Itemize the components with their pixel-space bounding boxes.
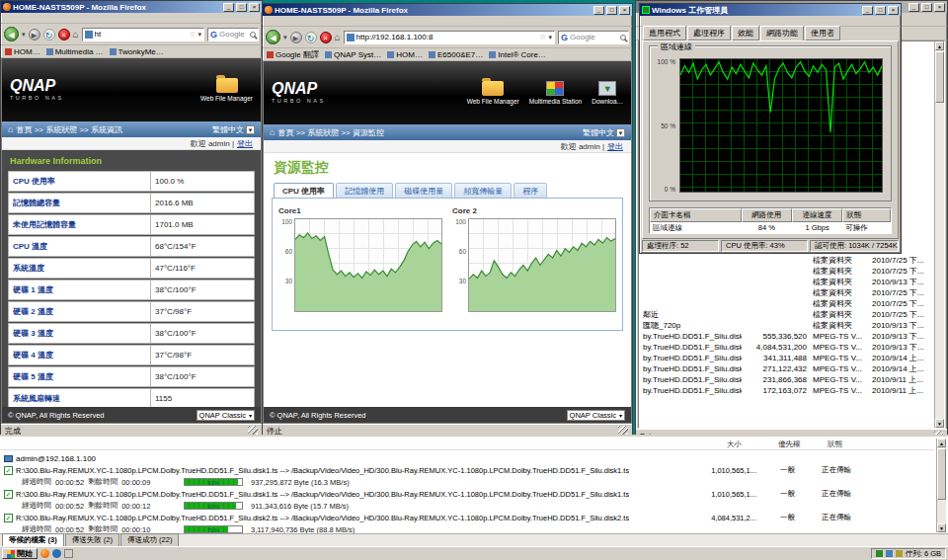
transfer-item[interactable]: ✓ R:\300.Blu-Ray.REMUX.YC-1.1080p.LPCM.D… <box>0 464 934 488</box>
firefox-window-system-info[interactable]: HOME-NASTS509P - Mozilla Firefox _ □ × ◀… <box>0 0 263 438</box>
download-station-link[interactable]: ▼ Downloa… <box>592 81 623 105</box>
bookmark-item[interactable]: HOM… <box>387 50 423 59</box>
url-bar[interactable]: ☆ ▾ <box>344 31 555 44</box>
breadcrumb[interactable]: 首頁 >> 系統狀態 >> 資源監控 <box>277 127 384 138</box>
start-button[interactable]: 開始 <box>2 548 38 559</box>
url-input[interactable] <box>95 30 188 39</box>
adapter-row[interactable]: 區域連線 84 % 1 Gbps 可操作 <box>650 222 891 234</box>
scrollbar-thumb[interactable] <box>935 51 944 103</box>
close-button[interactable]: × <box>934 3 945 12</box>
file-row[interactable]: 檔案資料夾 2010/7/25 下... <box>641 255 932 266</box>
bookmark-item[interactable]: E6500&E7… <box>429 50 483 59</box>
tab-applications[interactable]: 應用程式 <box>643 26 686 40</box>
url-dropdown-icon[interactable]: ▾ <box>548 34 552 41</box>
language-selector[interactable]: 繁體中文 ▼ <box>583 127 625 138</box>
col-state[interactable]: 狀態 <box>842 208 891 222</box>
skin-selector[interactable]: QNAP Classic ▾ <box>197 410 255 421</box>
network-icon[interactable] <box>886 550 893 557</box>
file-row[interactable]: by.TrueHD.DD51.F_Silu.disk5.ts 231,866,3… <box>641 374 932 385</box>
minimize-button[interactable]: _ <box>908 3 919 12</box>
task-manager-window[interactable]: Windows 工作管理員 _ □ × 應用程式 處理程序 效能 網路功能 使用… <box>639 3 902 254</box>
search-bar[interactable]: G <box>207 28 259 41</box>
volume-icon[interactable] <box>896 550 903 557</box>
col-speed[interactable]: 連線速度 <box>792 208 842 222</box>
transfer-file-row[interactable]: ✓ R:\300.Blu-Ray.REMUX.YC-1.1080p.LPCM.D… <box>0 464 934 476</box>
tab-processes[interactable]: 處理程序 <box>687 26 731 40</box>
col-priority[interactable]: 優先權 <box>778 440 801 449</box>
stop-button[interactable]: × <box>58 29 70 40</box>
forward-button[interactable]: ▶ <box>29 29 40 40</box>
transfer-file-row[interactable]: ✓ R:\300.Blu-Ray.REMUX.YC-1.1080p.LPCM.D… <box>0 512 934 523</box>
scroll-down-icon[interactable]: ▼ <box>937 523 946 532</box>
quick-launch-firefox-icon[interactable] <box>40 549 49 558</box>
tab-succeeded[interactable]: 傳送成功 (22) <box>120 533 179 546</box>
web-file-manager-link[interactable]: Web File Manager <box>200 78 253 102</box>
url-dropdown-icon[interactable]: ▾ <box>198 31 201 39</box>
minimize-button[interactable]: _ <box>593 6 604 15</box>
close-button[interactable]: × <box>249 3 260 12</box>
home-button[interactable]: ⌂ <box>335 32 341 42</box>
bookmark-star-icon[interactable]: ☆ <box>189 30 196 39</box>
file-row[interactable]: 檔案資料夾 2010/7/25 下... <box>641 298 932 309</box>
transfer-scrollbar[interactable]: ▲ ▼ <box>936 439 946 532</box>
tab-failed[interactable]: 傳送失敗 (2) <box>65 533 119 546</box>
file-row[interactable]: by.TrueHD.DD51.F_Silu.disk2.ts 4,084,531… <box>641 342 932 353</box>
back-history-dropdown-icon[interactable]: ▾ <box>283 34 287 41</box>
quick-launch-desktop-icon[interactable] <box>64 549 73 558</box>
scrollbar-thumb[interactable] <box>937 448 946 500</box>
close-button[interactable]: × <box>619 6 630 15</box>
tab-performance[interactable]: 效能 <box>732 26 759 40</box>
skin-selector[interactable]: QNAP Classic ▾ <box>567 410 625 421</box>
file-row[interactable]: by.TrueHD.DD51.F_Silu.disk1.ts 555,336,5… <box>641 331 932 342</box>
col-size[interactable]: 大小 <box>727 440 742 449</box>
bookmark-item[interactable]: Google 翻譯 <box>267 49 319 60</box>
close-button[interactable]: × <box>888 6 899 15</box>
maximize-button[interactable]: □ <box>236 3 247 12</box>
search-icon[interactable] <box>620 35 626 40</box>
col-status[interactable]: 狀態 <box>828 440 842 449</box>
ff-mid-titlebar[interactable]: HOME-NASTS509P - Mozilla Firefox _ □ × <box>263 4 632 16</box>
transfer-server-row[interactable]: admin@192.168.1.100 <box>0 452 934 464</box>
url-bar[interactable]: ☆ ▾ <box>82 28 204 41</box>
tab-users[interactable]: 使用者 <box>805 26 840 40</box>
back-button[interactable]: ◀ <box>4 27 19 41</box>
file-row[interactable]: 匯聰_720p 檔案資料夾 2010/9/13 下... <box>641 320 932 331</box>
scroll-up-icon[interactable]: ▲ <box>935 41 944 50</box>
logout-link[interactable]: 登出 <box>237 138 253 149</box>
maximize-button[interactable]: □ <box>875 6 886 15</box>
col-usage[interactable]: 網路使用 <box>742 208 792 222</box>
language-selector[interactable]: 繁體中文 ▼ <box>212 124 255 135</box>
file-row[interactable]: by.TrueHD.DD51.F_Silu.disk3.ts 341,311,4… <box>641 353 932 363</box>
breadcrumb[interactable]: 首頁 >> 系統狀態 >> 系統資訊 <box>16 124 122 135</box>
search-icon[interactable] <box>250 32 256 38</box>
tab-networking[interactable]: 網路功能 <box>760 26 804 41</box>
tab-queued-files[interactable]: 等候的檔案 (3) <box>2 533 64 546</box>
ff-left-titlebar[interactable]: HOME-NASTS509P - Mozilla Firefox _ □ × <box>1 1 262 13</box>
file-row[interactable]: by.TrueHD.DD51.F_Silu.disk6.ts 172,163,0… <box>641 385 932 396</box>
bookmark-item[interactable]: Intel® Core… <box>489 50 546 59</box>
forward-button[interactable]: ▶ <box>290 32 302 43</box>
col-adapter[interactable]: 介面卡名稱 <box>650 208 742 222</box>
maximize-button[interactable]: □ <box>606 6 617 15</box>
file-row[interactable]: 檔案資料夾 2010/7/25 下... <box>641 266 932 277</box>
logout-link[interactable]: 登出 <box>607 141 623 152</box>
transfer-item[interactable]: ✓ R:\300.Blu-Ray.REMUX.YC-1.1080p.LPCM.D… <box>0 512 934 535</box>
home-button[interactable]: ⌂ <box>73 29 79 40</box>
firefox-window-resource-monitor[interactable]: HOME-NASTS509P - Mozilla Firefox _ □ × ◀… <box>262 3 633 438</box>
file-row[interactable]: by.TrueHD.DD51.F_Silu.disk4.ts 271,122,4… <box>641 363 932 374</box>
maximize-button[interactable]: □ <box>921 3 932 12</box>
explorer-scrollbar[interactable]: ▲ ▼ <box>934 41 944 428</box>
bookmark-star-icon[interactable]: ☆ <box>539 33 546 41</box>
bookmark-item[interactable]: Multimedia … <box>46 47 104 56</box>
web-file-manager-link[interactable]: Web File Manager <box>467 81 519 105</box>
file-row[interactable]: 鄰近 檔案資料夾 2010/7/25 下... <box>641 309 932 320</box>
search-input[interactable] <box>570 33 618 41</box>
bookmark-item[interactable]: HOM… <box>5 47 40 56</box>
minimize-button[interactable]: _ <box>862 6 873 15</box>
scroll-up-icon[interactable]: ▲ <box>937 439 946 447</box>
file-row[interactable]: 檔案資料夾 2010/9/13 下... <box>641 277 932 287</box>
refresh-button[interactable]: ↻ <box>43 29 55 40</box>
search-input[interactable] <box>219 30 248 39</box>
back-history-dropdown-icon[interactable]: ▾ <box>22 31 26 39</box>
scroll-down-icon[interactable]: ▼ <box>935 419 944 428</box>
